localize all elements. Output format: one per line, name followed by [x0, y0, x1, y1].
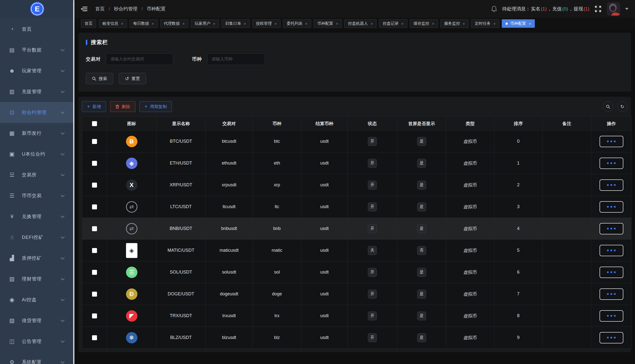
- tab-控盘机器人-9[interactable]: 控盘机器人×: [344, 19, 377, 28]
- close-icon[interactable]: ×: [274, 22, 277, 26]
- row-checkbox[interactable]: [92, 314, 97, 318]
- dot: [614, 271, 616, 273]
- row-checkbox[interactable]: [92, 292, 97, 296]
- row-actions-button[interactable]: [599, 223, 623, 234]
- row-checkbox[interactable]: [92, 226, 97, 231]
- tab-授权管理-6[interactable]: 授权管理×: [252, 19, 280, 28]
- add-button[interactable]: + 新增: [82, 101, 106, 112]
- row-actions-button[interactable]: [599, 266, 623, 278]
- row-checkbox[interactable]: [92, 139, 97, 144]
- sidebar-item-label: DEFI挖矿: [22, 234, 43, 240]
- sidebar-item-11[interactable]: ▟质押挖矿: [0, 248, 74, 268]
- status-tag: 开: [368, 268, 377, 277]
- close-icon[interactable]: ×: [121, 22, 123, 26]
- sidebar-item-9[interactable]: ¥兑换管理: [0, 206, 74, 227]
- row-checkbox[interactable]: [92, 161, 97, 166]
- row-actions-button[interactable]: [599, 201, 623, 212]
- table-search-button[interactable]: [603, 101, 613, 112]
- row-checkbox[interactable]: [92, 204, 97, 210]
- row-actions-button[interactable]: [599, 180, 623, 191]
- row-actions-button[interactable]: [599, 332, 623, 344]
- delete-button[interactable]: 删除: [110, 101, 135, 112]
- breadcrumb-section[interactable]: 秒合约管理: [114, 6, 137, 12]
- tab-定时任务-13[interactable]: 定时任务×: [471, 19, 499, 28]
- search-button[interactable]: 搜索: [86, 73, 113, 84]
- usdt-contract-icon: ▣: [9, 151, 15, 157]
- table-row: ☰SOL/USDTsolusdtsolusdt开是虚拟币6: [82, 262, 631, 283]
- status-tag: 关: [368, 246, 377, 255]
- close-icon[interactable]: ×: [336, 22, 338, 26]
- close-icon[interactable]: ×: [152, 22, 154, 26]
- row-checkbox[interactable]: [92, 270, 97, 275]
- coin-input[interactable]: [207, 54, 265, 65]
- row-checkbox[interactable]: [92, 248, 97, 253]
- dot: [607, 315, 609, 317]
- chevron-down-icon[interactable]: [625, 8, 628, 10]
- sidebar-item-3[interactable]: ▥充提管理: [0, 81, 74, 102]
- select-all-checkbox[interactable]: [92, 121, 97, 126]
- tab-币种配置-8[interactable]: 币种配置×: [313, 19, 342, 28]
- breadcrumb-home[interactable]: 首页: [95, 6, 105, 12]
- tab-服务监控-12[interactable]: 服务监控×: [440, 19, 469, 28]
- tab-每日数据-2[interactable]: 每日数据×: [130, 19, 158, 28]
- close-icon[interactable]: ×: [213, 22, 215, 26]
- close-icon[interactable]: ×: [463, 22, 465, 26]
- row-checkbox[interactable]: [92, 335, 97, 340]
- close-icon[interactable]: ×: [493, 22, 496, 26]
- sidebar-item-12[interactable]: ▨理财管理: [0, 268, 74, 290]
- sidebar-item-6[interactable]: ▣U本位合约: [0, 144, 74, 164]
- sidebar-item-0[interactable]: ◔首页: [0, 19, 74, 40]
- close-icon[interactable]: ×: [183, 22, 185, 26]
- sidebar-item-16[interactable]: ⚙系统配置: [0, 352, 74, 364]
- trade-pair-input[interactable]: [106, 54, 173, 65]
- sidebar-item-8[interactable]: ☰币币交易: [0, 185, 74, 206]
- dot: [610, 162, 612, 164]
- sidebar-item-2[interactable]: ☻玩家管理: [0, 60, 74, 81]
- close-icon[interactable]: ×: [244, 22, 246, 26]
- tab-币种配置-14[interactable]: 币种配置×: [502, 19, 535, 28]
- tab-label: 币种配置: [510, 21, 526, 26]
- avatar[interactable]: [607, 2, 620, 16]
- sidebar-item-13[interactable]: ◉AI控盘: [0, 290, 74, 310]
- close-icon[interactable]: ×: [401, 22, 404, 26]
- tab-label: 首页: [85, 21, 93, 26]
- tab-控盘记录-10[interactable]: 控盘记录×: [379, 19, 407, 28]
- tab-缓存监控-11[interactable]: 缓存监控×: [410, 19, 438, 28]
- plus-icon: +: [87, 104, 90, 109]
- close-icon[interactable]: ×: [529, 22, 531, 26]
- table-refresh-button[interactable]: ↻: [617, 101, 627, 112]
- sidebar-menu: ◔首页▤平台数据☻玩家管理▥充提管理⊡秒合约管理▦新币发行▣U本位合约☱交易所☰…: [0, 18, 74, 364]
- reset-button[interactable]: ↺ 重置: [119, 73, 146, 84]
- tab-代理数据-3[interactable]: 代理数据×: [160, 19, 188, 28]
- tab-首页-0[interactable]: 首页: [81, 19, 96, 28]
- notification-bell-icon[interactable]: [491, 6, 497, 12]
- tab-归集订单-5[interactable]: 归集订单×: [221, 19, 250, 28]
- sidebar-item-14[interactable]: ▧借贷管理: [0, 310, 74, 331]
- sidebar-item-4[interactable]: ⊡秒合约管理: [0, 102, 74, 123]
- row-actions-button[interactable]: [599, 245, 623, 256]
- sidebar-item-10[interactable]: ☝DEFI挖矿: [0, 227, 74, 248]
- spot-trade-icon: ☰: [9, 192, 15, 199]
- sidebar-item-1[interactable]: ▤平台数据: [0, 40, 74, 60]
- row-checkbox[interactable]: [92, 182, 97, 188]
- platform-data-icon: ▤: [9, 47, 15, 53]
- close-icon[interactable]: ×: [432, 22, 434, 26]
- cycle-copy-button[interactable]: + 周期复制: [139, 101, 172, 112]
- sidebar-item-15[interactable]: ◫公告管理: [0, 331, 74, 352]
- tab-玩家用户-4[interactable]: 玩家用户×: [191, 19, 219, 28]
- row-actions-button[interactable]: [599, 136, 623, 147]
- row-actions-button[interactable]: [599, 288, 623, 300]
- status-tag: 开: [368, 290, 377, 298]
- col-trade-pair: 交易对: [206, 117, 253, 130]
- sidebar-item-7[interactable]: ☱交易所: [0, 164, 74, 185]
- sidebar-scrollbar[interactable]: [73, 0, 74, 364]
- tab-委托列表-7[interactable]: 委托列表×: [283, 19, 311, 28]
- tab-账变信息-1[interactable]: 账变信息×: [99, 19, 127, 28]
- close-icon[interactable]: ×: [371, 22, 373, 26]
- row-actions-button[interactable]: [599, 158, 623, 169]
- collapse-menu-icon[interactable]: [81, 6, 88, 12]
- close-icon[interactable]: ×: [305, 22, 307, 26]
- fullscreen-icon[interactable]: [594, 5, 602, 13]
- row-actions-button[interactable]: [599, 310, 623, 322]
- sidebar-item-5[interactable]: ▦新币发行: [0, 123, 74, 144]
